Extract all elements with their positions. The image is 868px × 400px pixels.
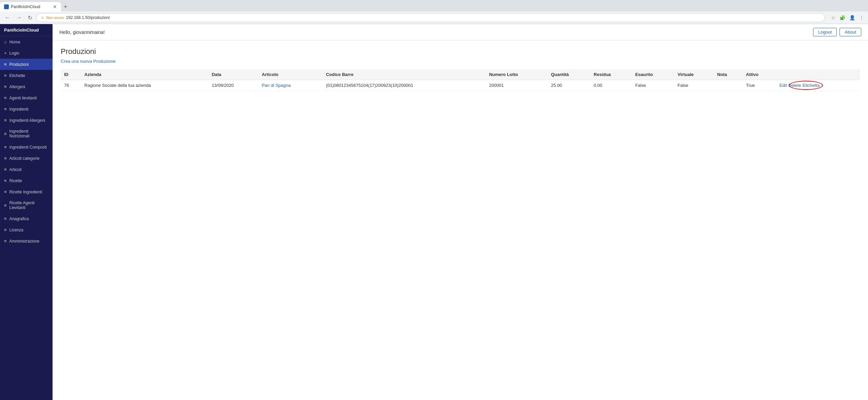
sidebar-item-login[interactable]: +Login: [0, 47, 53, 59]
tab-favicon: [4, 4, 9, 9]
cell-virtuale: False: [674, 80, 714, 91]
sidebar-label: Ingredienti Composti: [9, 145, 47, 150]
col-header-numero-lotto: Numero Lotto: [486, 69, 547, 80]
sidebar-item-ingredienti[interactable]: ≡Ingredienti: [0, 103, 53, 115]
sidebar-icon: ≡: [4, 239, 7, 244]
sidebar-item-articoli-categorie[interactable]: ≡Articoli categorie: [0, 153, 53, 164]
bookmark-button[interactable]: ☆: [830, 14, 837, 21]
tab-title: PanificioInCloud: [11, 4, 40, 9]
cell-nota: [714, 80, 743, 91]
col-header-esaurito: Esaurito: [632, 69, 674, 80]
extension-button[interactable]: 🧩: [838, 14, 847, 21]
sidebar-item-ingredienti-allergeni[interactable]: ≡Ingredienti Allergeni: [0, 115, 53, 126]
sidebar-item-ingredienti-nutrizionali[interactable]: ≡Ingredienti Nutrizionali: [0, 126, 53, 141]
sidebar-icon: ≡: [4, 95, 7, 100]
about-button[interactable]: About: [840, 28, 861, 36]
sidebar-icon: ≡: [4, 189, 7, 194]
sidebar-icon: ≡: [4, 203, 7, 208]
sidebar-icon: ≡: [4, 73, 7, 78]
cell-azienda: Ragione Sociale della tua azienda: [81, 80, 209, 91]
sidebar-icon: ≡: [4, 107, 7, 112]
profile-button[interactable]: 👤: [848, 14, 856, 21]
sidebar-item-ingredienti-composti[interactable]: ≡Ingredienti Composti: [0, 141, 53, 153]
sidebar-label: Ricette Ingredienti: [9, 190, 42, 194]
etichetta-link[interactable]: Etichetta: [803, 83, 820, 88]
sidebar-label: Amministrazione: [9, 239, 40, 244]
sidebar-item-agenti-lievitanti[interactable]: ≡Agenti lievitanti: [0, 92, 53, 103]
address-bar[interactable]: ⚠ Non sicuro 192.168.1.50/produzioni: [36, 13, 825, 22]
sidebar-item-ricette-agenti-lievitanti[interactable]: ≡Ricette Agenti Lievitanti: [0, 197, 53, 213]
sidebar-label: Home: [9, 40, 20, 44]
sidebar-label: Allergeni: [9, 84, 25, 89]
cell-articolo: Pan di Spagna: [258, 80, 323, 91]
sidebar-label: Agenti lievitanti: [9, 96, 37, 100]
sidebar-item-etichette[interactable]: ≡Etichette: [0, 70, 53, 81]
col-header-residua: Residua: [590, 69, 632, 80]
sidebar-icon: ≡: [4, 131, 7, 136]
cell-quantita: 25.00: [548, 80, 590, 91]
reload-button[interactable]: ↻: [26, 14, 34, 22]
col-header-articolo: Articolo: [258, 69, 323, 80]
greeting-text: Hello, giovannimaina!: [59, 30, 105, 35]
cell-numero-lotto: 200001: [486, 80, 547, 91]
menu-button[interactable]: ⋮: [858, 14, 865, 21]
cell-actions: EditDeleteEtichetta: [776, 80, 860, 91]
sidebar-icon: ⌂: [4, 39, 7, 44]
col-header-azienda: Azienda: [81, 69, 209, 80]
table-row: 76Ragione Sociale della tua azienda13/09…: [61, 80, 860, 91]
col-header-quantità: Quantità: [548, 69, 590, 80]
col-header-codice-barre: Codice Barre: [322, 69, 486, 80]
page-content: Produzioni Crea una nuova Produzione IDA…: [53, 40, 868, 400]
browser-tab[interactable]: PanificioInCloud ✕: [0, 2, 61, 12]
sidebar-label: Ricette Agenti Lievitanti: [9, 201, 48, 210]
articolo-link[interactable]: Pan di Spagna: [262, 83, 291, 88]
create-link[interactable]: Crea una nuova Produzione: [61, 59, 116, 64]
sidebar-label: Ingredienti Nutrizionali: [9, 129, 48, 138]
forward-button[interactable]: →: [14, 14, 24, 21]
cell-id: 76: [61, 80, 81, 91]
new-tab-button[interactable]: +: [61, 3, 70, 11]
sidebar-label: Ricette: [9, 178, 22, 183]
sidebar-label: Produzioni: [9, 62, 29, 67]
sidebar-item-allergeni[interactable]: ≡Allergeni: [0, 81, 53, 92]
sidebar-icon: ≡: [4, 118, 7, 123]
sidebar-label: Licenza: [9, 228, 23, 232]
sidebar-item-anagrafica[interactable]: ≡Anagrafica: [0, 213, 53, 224]
tab-close-button[interactable]: ✕: [53, 4, 57, 9]
sidebar-item-ricette[interactable]: ≡Ricette: [0, 175, 53, 186]
sidebar-item-ricette-ingredienti[interactable]: ≡Ricette Ingredienti: [0, 186, 53, 197]
sidebar-item-amministrazione[interactable]: ≡Amministrazione: [0, 235, 53, 247]
sidebar-item-licenza[interactable]: ≡Licenza: [0, 224, 53, 235]
sidebar-icon: ≡: [4, 227, 7, 232]
security-label: Non sicuro: [46, 16, 64, 20]
edit-link[interactable]: Edit: [780, 83, 787, 88]
cell-data: 13/09/2020: [208, 80, 258, 91]
sidebar-icon: ≡: [4, 145, 7, 150]
logout-button[interactable]: Logout: [813, 28, 837, 36]
sidebar-icon: ≡: [4, 84, 7, 89]
col-header-virtuale: Virtuale: [674, 69, 714, 80]
sidebar-icon: ≡: [4, 216, 7, 221]
sidebar-item-home[interactable]: ⌂Home: [0, 36, 53, 47]
security-icon: ⚠: [41, 16, 44, 20]
delete-link[interactable]: Delete: [788, 83, 801, 88]
sidebar-icon: +: [4, 51, 7, 56]
page-title: Produzioni: [61, 47, 860, 56]
sidebar-item-produzioni[interactable]: ≡Produzioni: [0, 59, 53, 70]
sidebar-label: Ingredienti Allergeni: [9, 118, 45, 123]
sidebar-icon: ≡: [4, 156, 7, 161]
sidebar-label: Articoli categorie: [9, 156, 40, 161]
productions-table: IDAziendaDataArticoloCodice BarreNumero …: [61, 69, 860, 91]
cell-residua: 0.00: [590, 80, 632, 91]
cell-esaurito: False: [632, 80, 674, 91]
app-header: Hello, giovannimaina! Logout About: [53, 24, 868, 40]
cell-attivo: True: [743, 80, 776, 91]
col-header-nota: Nota: [714, 69, 743, 80]
col-header-id: ID: [61, 69, 81, 80]
sidebar-item-articoli[interactable]: ≡Articoli: [0, 164, 53, 175]
sidebar-icon: ≡: [4, 62, 7, 67]
col-header-data: Data: [208, 69, 258, 80]
header-actions: Logout About: [813, 28, 861, 36]
sidebar-label: Etichette: [9, 73, 25, 78]
back-button[interactable]: ←: [3, 14, 12, 21]
